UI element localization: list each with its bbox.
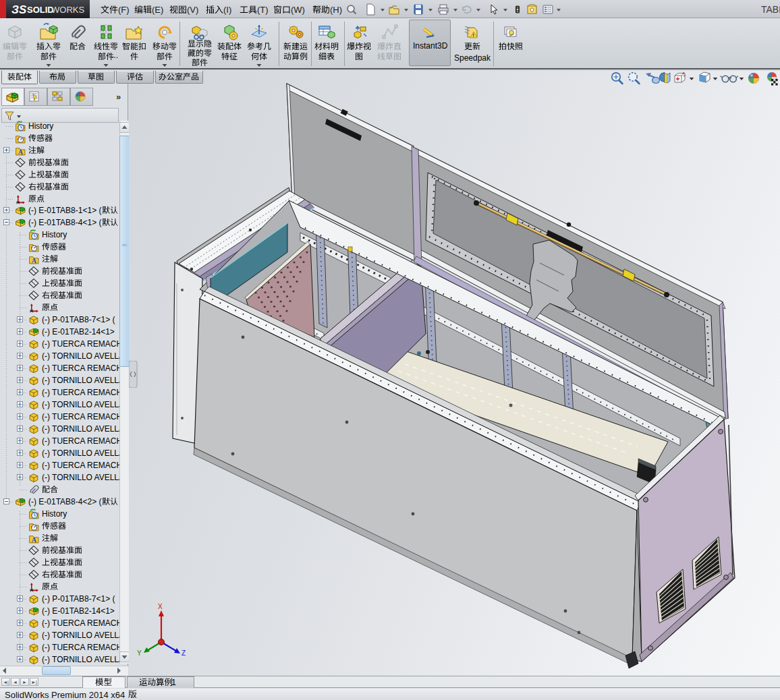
svg-text:X: X	[158, 603, 163, 610]
svg-text:!: !	[472, 32, 474, 38]
svg-text:Z: Z	[182, 649, 186, 657]
svg-text:Y: Y	[137, 649, 142, 657]
